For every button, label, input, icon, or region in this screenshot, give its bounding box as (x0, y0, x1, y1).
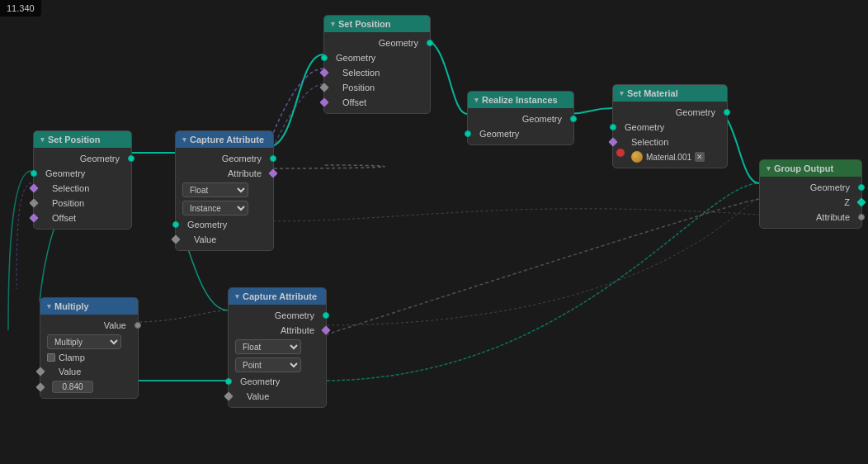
group-output-title: Group Output (774, 163, 833, 173)
capture-attribute-top-header: ▾ Capture Attribute (176, 131, 273, 148)
mul-value-label-socket[interactable] (35, 367, 45, 376)
capture-attribute-bot-header: ▾ Capture Attribute (229, 288, 326, 305)
mul-clamp-label: Clamp (59, 353, 85, 362)
ri-geom-in: Geometry (468, 111, 573, 126)
cab-attr-in: Attribute (229, 323, 326, 338)
sp-top-geom-in: Geometry (324, 36, 430, 50)
multiply-header: ▾ Multiply (40, 298, 138, 315)
cat-domain-select[interactable]: Instance (182, 201, 248, 215)
spl-offset-socket[interactable] (29, 213, 38, 222)
material-name: Material.001 (646, 153, 691, 162)
go-geom-in-socket[interactable] (858, 184, 865, 191)
set-material-header: ▾ Set Material (613, 85, 727, 102)
sp-top-pos-socket[interactable] (319, 83, 328, 92)
cat-value-out: Value (176, 232, 273, 247)
ri-geom-out: Geometry (468, 126, 573, 141)
spl-geom-in-socket[interactable] (128, 155, 134, 162)
sm-geom-out-socket[interactable] (610, 124, 616, 130)
capture-attribute-top-title: Capture Attribute (190, 135, 264, 144)
realize-instances-header: ▾ Realize Instances (468, 92, 573, 108)
mul-clamp-checkbox[interactable] (47, 353, 55, 362)
mul-value-in-socket[interactable] (134, 322, 141, 329)
realize-instances-title: Realize Instances (482, 95, 558, 105)
cab-attr-in-socket[interactable] (321, 325, 330, 334)
go-z-socket[interactable] (856, 197, 866, 206)
sm-geom-in: Geometry (613, 105, 727, 120)
mul-value-out-row: 0.840 (40, 379, 138, 395)
sm-material-badge: Material.001 ✕ (613, 149, 727, 164)
cat-geom-out: Geometry (176, 217, 273, 232)
cab-value-out: Value (229, 389, 326, 404)
set-position-left-title: Set Position (48, 135, 101, 144)
set-position-top-header: ▾ Set Position (324, 16, 430, 32)
capture-attribute-top-node: ▾ Capture Attribute Geometry Attribute F… (175, 130, 274, 251)
mul-value-in: Value (40, 318, 138, 333)
spl-sel: Selection (34, 181, 131, 196)
multiply-title: Multiply (54, 301, 89, 311)
mul-clamp-row: Clamp (40, 351, 138, 364)
cat-attr-in-socket[interactable] (268, 168, 277, 178)
sp-top-geom-in-socket[interactable] (427, 40, 433, 46)
group-output-header: ▾ Group Output (760, 160, 861, 177)
ri-geom-in-socket[interactable] (570, 116, 577, 122)
cat-attr-in: Attribute (176, 166, 273, 181)
cab-geom-in-socket[interactable] (323, 312, 329, 319)
go-attr-socket[interactable] (858, 214, 865, 220)
spl-offset: Offset (34, 211, 131, 225)
sm-mat-socket[interactable] (616, 149, 625, 157)
cat-value-out-socket[interactable] (171, 234, 180, 244)
mul-value-out-socket[interactable] (35, 382, 45, 391)
cab-geom-in: Geometry (229, 308, 326, 323)
spl-geom-out: Geometry (34, 166, 131, 181)
set-position-top-node: ▾ Set Position Geometry Geometry Selecti… (323, 15, 431, 114)
sm-geom-out: Geometry (613, 120, 727, 135)
sp-top-geom-out: Geometry (324, 50, 430, 65)
set-material-node: ▾ Set Material Geometry Geometry Selecti… (612, 84, 728, 168)
set-position-top-title: Set Position (338, 19, 391, 29)
sp-top-geom-out-socket[interactable] (321, 54, 328, 61)
corner-info: 11.340 (0, 0, 41, 17)
capture-attribute-bot-title: Capture Attribute (243, 291, 317, 301)
sp-top-pos-out: Position (324, 80, 430, 95)
sp-top-offset-socket[interactable] (319, 97, 328, 107)
multiply-node: ▾ Multiply Value Multiply Clamp Value 0.… (40, 297, 139, 399)
remove-material-button[interactable]: ✕ (695, 152, 705, 162)
mul-value-display[interactable]: 0.840 (52, 381, 93, 393)
spl-geom-in: Geometry (34, 151, 131, 166)
cat-geom-in-socket[interactable] (270, 155, 276, 162)
mul-type-select[interactable]: Multiply (47, 334, 121, 349)
go-z-in: Z (760, 195, 861, 210)
collapse-icon[interactable]: ▾ (331, 20, 335, 28)
set-position-left-node: ▾ Set Position Geometry Geometry Selecti… (33, 130, 132, 230)
cab-value-out-socket[interactable] (224, 391, 233, 400)
cat-geom-in: Geometry (176, 151, 273, 166)
corner-value: 11.340 (7, 3, 35, 13)
spl-pos: Position (34, 196, 131, 211)
sm-sel-out: Selection (613, 135, 727, 149)
capture-attribute-bot-node: ▾ Capture Attribute Geometry Attribute F… (228, 287, 327, 408)
go-attr-in: Attribute (760, 210, 861, 225)
cab-geom-out-socket[interactable] (225, 378, 232, 385)
mul-value-out-label: Value (40, 364, 138, 379)
sp-top-sel-out: Selection (324, 65, 430, 80)
sm-geom-in-socket[interactable] (724, 109, 730, 116)
cab-type-select[interactable]: Float (235, 339, 301, 354)
group-output-node: ▾ Group Output Geometry Z Attribute (759, 159, 862, 229)
sp-top-sel-socket[interactable] (319, 68, 328, 77)
spl-pos-socket[interactable] (29, 198, 38, 207)
material-icon (631, 151, 643, 163)
sm-sel-socket[interactable] (608, 137, 617, 146)
set-material-title: Set Material (627, 88, 678, 98)
spl-sel-socket[interactable] (29, 183, 38, 192)
cat-geom-out-socket[interactable] (172, 221, 179, 228)
realize-instances-node: ▾ Realize Instances Geometry Geometry (467, 91, 574, 145)
cab-domain-select[interactable]: Point (235, 357, 301, 372)
cat-type-select[interactable]: Float (182, 182, 248, 197)
set-position-left-header: ▾ Set Position (34, 131, 131, 148)
sp-top-offset-out: Offset (324, 95, 430, 110)
cab-geom-out: Geometry (229, 374, 326, 389)
ri-geom-out-socket[interactable] (465, 130, 471, 137)
spl-geom-out-socket[interactable] (31, 170, 37, 177)
go-geom-in: Geometry (760, 180, 861, 195)
